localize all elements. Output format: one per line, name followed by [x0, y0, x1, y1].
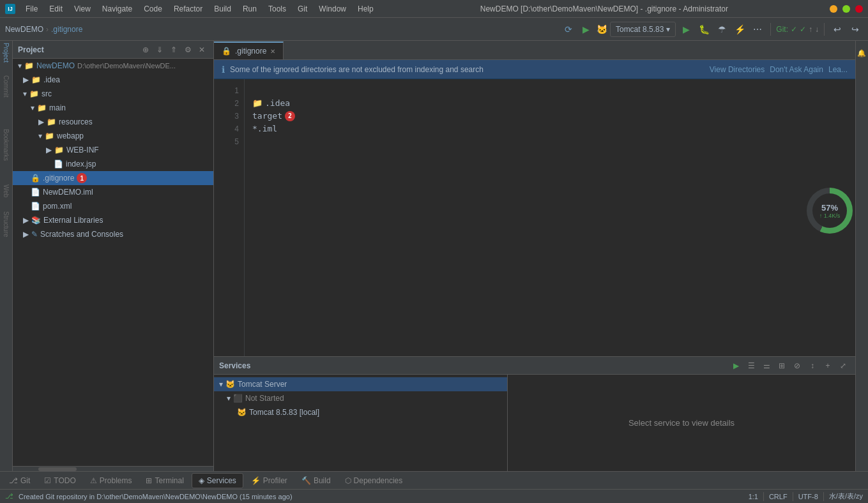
view-directories-button[interactable]: View Directories: [710, 65, 765, 74]
dont-ask-again-button[interactable]: Don't Ask Again: [770, 65, 823, 74]
terminal-tab-label: Terminal: [155, 476, 183, 485]
svc-not-started[interactable]: ▾ ⬛ Not Started: [214, 391, 507, 405]
not-started-expand-icon: ▾: [227, 394, 231, 403]
tab-problems[interactable]: ⚠ Problems: [84, 473, 139, 488]
performance-widget[interactable]: 57% ↑ 1.4K/s: [807, 188, 853, 234]
code-target-text: target: [252, 110, 282, 123]
tab-build[interactable]: 🔨 Build: [295, 473, 337, 488]
services-list-button[interactable]: ☰: [744, 359, 758, 373]
run-button[interactable]: ▶: [579, 22, 594, 37]
menu-edit[interactable]: Edit: [44, 3, 68, 15]
more-run-button[interactable]: ⋯: [750, 22, 765, 37]
tree-scratches[interactable]: ▶ ✎ Scratches and Consoles: [13, 227, 213, 241]
tab-services[interactable]: ◈ Services: [192, 473, 243, 488]
menu-tools[interactable]: Tools: [263, 3, 291, 15]
services-expand-button[interactable]: ⤢: [836, 359, 850, 373]
close-button[interactable]: [855, 5, 863, 13]
learn-more-button[interactable]: Lea...: [828, 65, 848, 74]
structure-sidebar-icon[interactable]: Structure: [1, 214, 11, 234]
profile-button[interactable]: ⚡: [732, 22, 747, 37]
menu-help[interactable]: Help: [353, 3, 379, 15]
tree-indexjsp[interactable]: 📄 index.jsp: [13, 157, 213, 171]
deps-tab-label: Dependencies: [354, 476, 403, 485]
panel-scroll-button[interactable]: ⇓: [153, 43, 166, 56]
run-config-button[interactable]: ▶: [678, 22, 694, 37]
line-num-5: 5: [214, 135, 244, 148]
tab-profiler[interactable]: ⚡ Profiler: [245, 473, 294, 488]
svc-tomcat-server[interactable]: ▾ 🐱 Tomcat Server: [214, 377, 507, 391]
tree-webinf[interactable]: ▶ 📁 WEB-INF: [13, 143, 213, 157]
menu-code[interactable]: Code: [139, 3, 167, 15]
services-sort-button[interactable]: ↕: [805, 359, 819, 373]
coverage-button[interactable]: ☂: [714, 22, 729, 37]
tab-git[interactable]: ⎇ Git: [3, 473, 36, 488]
code-editor[interactable]: 📁 .idea target 2 *.iml: [245, 79, 855, 356]
extlibs-icon: 📚: [31, 216, 41, 225]
tomcat-selector[interactable]: Tomcat 8.5.83 ▾: [610, 22, 676, 37]
tree-idea[interactable]: ▶ 📁 .idea: [13, 73, 213, 87]
webapp-expand-icon: ▾: [38, 131, 42, 140]
tab-terminal[interactable]: ⊞ Terminal: [139, 473, 190, 488]
tree-gitignore[interactable]: 🔒 .gitignore 1: [13, 171, 213, 185]
redo-button[interactable]: ↪: [848, 22, 863, 37]
git-status-bar: ⎇: [5, 492, 13, 500]
main-folder-icon: 📁: [37, 103, 47, 112]
services-detail: Select service to view details: [508, 375, 855, 471]
gitignore-badge: 1: [77, 173, 87, 183]
services-split-button[interactable]: ⚌: [759, 359, 773, 373]
breadcrumb-project[interactable]: NewDEMO: [5, 25, 43, 34]
tree-src[interactable]: ▾ 📁 src: [13, 87, 213, 101]
undo-button[interactable]: ↩: [830, 22, 845, 37]
breadcrumb-file[interactable]: .gitignore: [51, 25, 82, 34]
resources-folder-icon: 📁: [47, 117, 56, 126]
maximize-button[interactable]: [842, 5, 850, 13]
tree-main[interactable]: ▾ 📁 main: [13, 101, 213, 115]
menu-build[interactable]: Build: [209, 3, 236, 15]
tree-pomxml[interactable]: 📄 pom.xml: [13, 199, 213, 213]
debug-button[interactable]: 🐛: [696, 22, 712, 37]
services-add-button[interactable]: +: [821, 359, 835, 373]
notifications-icon[interactable]: 🔔: [858, 43, 866, 57]
panel-close-button[interactable]: ✕: [195, 43, 208, 56]
tab-todo[interactable]: ☑ TODO: [38, 473, 82, 488]
vcs-update-button[interactable]: ⟳: [561, 22, 576, 37]
bookmarks-sidebar-icon[interactable]: Bookmarks: [1, 135, 11, 154]
panel-settings-button[interactable]: ⚙: [181, 43, 194, 56]
menu-file[interactable]: File: [20, 3, 43, 15]
minimize-button[interactable]: [830, 5, 837, 13]
services-run-button[interactable]: ▶: [729, 359, 743, 373]
cursor-position[interactable]: 1:1: [749, 493, 758, 500]
web-sidebar-icon[interactable]: Web: [1, 181, 11, 200]
gitignore-label: .gitignore: [43, 174, 74, 183]
menu-git[interactable]: Git: [293, 3, 312, 15]
src-expand-icon: ▾: [23, 89, 27, 98]
app-logo: IJ: [5, 4, 15, 14]
services-filter-button[interactable]: ⊘: [790, 359, 804, 373]
editor-tab-gitignore[interactable]: 🔒 .gitignore ✕: [214, 41, 284, 59]
menu-window[interactable]: Window: [314, 3, 351, 15]
tree-external-libs[interactable]: ▶ 📚 External Libraries: [13, 213, 213, 227]
tree-webapp[interactable]: ▾ 📁 webapp: [13, 129, 213, 143]
menu-view[interactable]: View: [69, 3, 96, 15]
right-sidebar: 🔔: [855, 41, 868, 471]
svc-tomcat-local[interactable]: 🐱 Tomcat 8.5.83 [local]: [214, 405, 507, 419]
project-scrollbar[interactable]: [13, 466, 213, 471]
menu-navigate[interactable]: Navigate: [97, 3, 137, 15]
tab-close-button[interactable]: ✕: [270, 48, 275, 55]
root-path: D:\other\DemoMaven\NewDE...: [77, 62, 176, 70]
panel-add-button[interactable]: ⊕: [139, 43, 152, 56]
tree-root[interactable]: ▾ 📁 NewDEMO D:\other\DemoMaven\NewDE...: [13, 59, 213, 73]
editor-content[interactable]: 1 2 3 4 5 📁 .idea target 2: [214, 79, 855, 356]
project-sidebar-icon[interactable]: Project: [1, 43, 11, 63]
tree-iml[interactable]: 📄 NewDEMO.iml: [13, 185, 213, 199]
services-group-button[interactable]: ⊞: [775, 359, 789, 373]
not-started-label: Not Started: [245, 394, 284, 403]
line-ending[interactable]: CRLF: [769, 493, 788, 500]
menu-run[interactable]: Run: [238, 3, 262, 15]
file-encoding[interactable]: UTF-8: [798, 493, 818, 500]
commit-sidebar-icon[interactable]: Commit: [1, 77, 11, 96]
tab-dependencies[interactable]: ⬡ Dependencies: [339, 473, 409, 488]
tree-resources[interactable]: ▶ 📁 resources: [13, 115, 213, 129]
menu-refactor[interactable]: Refactor: [169, 3, 208, 15]
panel-collapse-button[interactable]: ⇑: [167, 43, 180, 56]
